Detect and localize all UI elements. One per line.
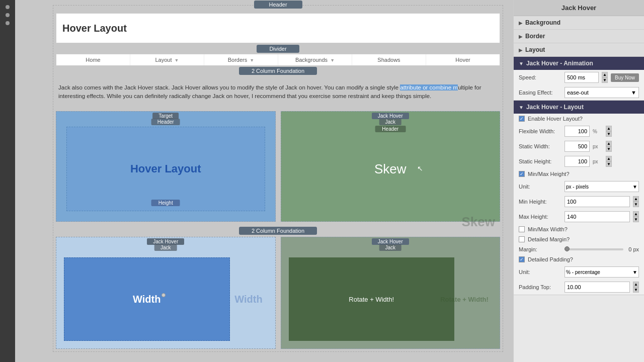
stepper-down[interactable]: ▼	[633, 217, 639, 222]
animation-section-header[interactable]: ▼ Jack Hover - Animation	[514, 57, 644, 70]
chevron-right-icon: ▶	[519, 20, 523, 26]
jack-label-3: Jack	[379, 244, 401, 251]
width-text: Width	[133, 294, 160, 305]
stepper-up[interactable]: ▲	[602, 72, 608, 77]
nav-tab-layout[interactable]: Layout ▼	[130, 54, 204, 65]
stepper-up[interactable]: ▲	[606, 126, 612, 131]
speed-stepper[interactable]: ▲ ▼	[602, 72, 608, 83]
two-col-label: 2 Column Foundation	[56, 67, 500, 75]
jack-label-2: Jack	[154, 244, 177, 251]
nav-tab-borders[interactable]: Borders ▼	[204, 54, 278, 65]
chevron-down-icon: ▼	[632, 269, 637, 275]
animation-section: ▼ Jack Hover - Animation Speed: 500 ms ▲…	[514, 57, 644, 101]
minmax-height-checkbox[interactable]: ✓	[519, 171, 525, 177]
buy-now-button[interactable]: Buy Now	[611, 73, 639, 82]
sidebar-dot-1	[6, 5, 10, 9]
card-green-inner: Skew	[291, 127, 490, 211]
enable-hover-checkbox[interactable]: ✓	[519, 116, 525, 122]
nav-tab-backgrounds[interactable]: Backgrounds ▼	[278, 54, 352, 65]
skew-card: Jack Hover Jack Skew Header ↖	[281, 111, 501, 222]
margin-slider[interactable]	[565, 248, 623, 250]
height-label: Height	[151, 200, 180, 206]
rotate-card-inner: Rotate + Width!	[289, 257, 455, 341]
nav-tab-home[interactable]: Home	[56, 54, 130, 65]
width-ghost: Width	[225, 257, 273, 341]
stepper-up[interactable]: ▲	[633, 211, 639, 217]
chevron-down-icon: ▼	[519, 61, 524, 66]
hover-layout-title: Hover Layout	[62, 23, 127, 34]
static-height-input[interactable]: 100	[565, 156, 590, 167]
header-sublabel: Header	[151, 119, 180, 125]
static-width-stepper[interactable]: ▲ ▼	[606, 141, 612, 152]
min-height-row: Min Height: 100 ▲ ▼	[514, 194, 644, 209]
hover-layout-section-header[interactable]: ▼ Jack Hover - Layout	[514, 101, 644, 114]
background-section-header[interactable]: ▶ Background	[514, 16, 644, 29]
static-height-stepper[interactable]: ▲ ▼	[606, 156, 612, 167]
panel-title: Jack Hover	[514, 0, 644, 16]
padding-top-stepper[interactable]: ▲ ▼	[633, 282, 639, 293]
padding-top-input[interactable]: 10.00	[565, 282, 630, 293]
chevron-down-icon: ▼	[250, 58, 254, 63]
detailed-margin-row: Detailed Margin?	[514, 234, 644, 244]
background-section: ▶ Background	[514, 16, 644, 30]
divider-label: Divider	[56, 45, 500, 53]
bottom-two-col-label: 2 Column Foundation	[56, 227, 500, 235]
speed-row: Speed: 500 ms ▲ ▼ Buy Now	[514, 70, 644, 85]
stepper-down[interactable]: ▼	[606, 146, 612, 152]
chevron-down-icon: ▼	[175, 58, 179, 63]
easing-row: Easing Effect: ease-out ▼	[514, 85, 644, 100]
rotate-card: Jack Hover Jack Rotate + Width! Rotate +…	[281, 237, 501, 349]
header-label: Header	[254, 1, 302, 9]
drag-handle[interactable]	[162, 293, 166, 297]
stepper-up[interactable]: ▲	[606, 141, 612, 146]
max-height-row: Max Height: 140 ▲ ▼	[514, 209, 644, 224]
stepper-up[interactable]: ▲	[633, 282, 639, 287]
min-height-input[interactable]: 100	[565, 196, 630, 207]
canvas-area: Header Hover Layout Divider Home Layout …	[20, 5, 508, 357]
padding-unit-row: Unit: % - percentage ▼	[514, 264, 644, 280]
easing-select[interactable]: ease-out ▼	[565, 87, 639, 98]
detailed-margin-checkbox[interactable]	[519, 236, 525, 242]
stepper-up[interactable]: ▲	[606, 156, 612, 161]
cursor-indicator: ↖	[417, 164, 423, 172]
left-sidebar	[0, 0, 15, 362]
padding-top-row: Padding Top: 10.00 ▲ ▼	[514, 280, 644, 295]
static-width-input[interactable]: 500	[565, 141, 590, 152]
margin-slider-row: Margin: 0 px	[514, 244, 644, 254]
hover-layout-box: Hover Layout	[56, 13, 500, 43]
flexible-width-stepper[interactable]: ▲ ▼	[606, 126, 612, 137]
chevron-down-icon: ▼	[631, 89, 636, 96]
unit-select[interactable]: px - pixels ▼	[565, 181, 639, 192]
border-section-header[interactable]: ▶ Border	[514, 30, 644, 43]
nav-tab-shadows[interactable]: Shadows	[352, 54, 426, 65]
padding-unit-select[interactable]: % - percentage ▼	[565, 266, 639, 278]
chevron-right-icon: ▶	[519, 47, 523, 53]
stepper-down[interactable]: ▼	[606, 161, 612, 167]
chevron-right-icon: ▶	[519, 34, 523, 39]
header-label-green: Header	[375, 126, 406, 132]
stepper-down[interactable]: ▼	[602, 77, 608, 83]
detailed-padding-row: ✓ Detailed Padding?	[514, 254, 644, 264]
max-height-stepper[interactable]: ▲ ▼	[633, 211, 639, 222]
speed-input[interactable]: 500 ms	[565, 72, 599, 83]
stepper-down[interactable]: ▼	[633, 287, 639, 293]
width-card-inner: Width	[64, 257, 230, 341]
layout-header[interactable]: ▶ Layout	[514, 43, 644, 56]
minmax-height-row: ✓ Min/Max Height?	[514, 169, 644, 179]
main-canvas: Header Hover Layout Divider Home Layout …	[15, 0, 513, 362]
detailed-padding-checkbox[interactable]: ✓	[519, 256, 525, 262]
flexible-width-row: Flexible Width: 100 % ▲ ▼	[514, 124, 644, 139]
stepper-down[interactable]: ▼	[606, 131, 612, 137]
slider-thumb[interactable]	[565, 246, 570, 251]
min-height-stepper[interactable]: ▲ ▼	[633, 196, 639, 207]
stepper-up[interactable]: ▲	[633, 196, 639, 202]
outer-wrapper: Header Hover Layout Divider Home Layout …	[53, 5, 503, 352]
flexible-width-input[interactable]: 100	[565, 126, 590, 137]
stepper-down[interactable]: ▼	[633, 202, 639, 207]
rotate-ghost: Rotate + Width!	[432, 257, 497, 341]
nav-tab-hover[interactable]: Hover	[426, 54, 500, 65]
minmax-width-checkbox[interactable]	[519, 226, 525, 232]
max-height-input[interactable]: 140	[565, 211, 630, 222]
chevron-down-icon: ▼	[519, 105, 524, 110]
static-height-row: Static Height: 100 px ▲ ▼	[514, 154, 644, 169]
